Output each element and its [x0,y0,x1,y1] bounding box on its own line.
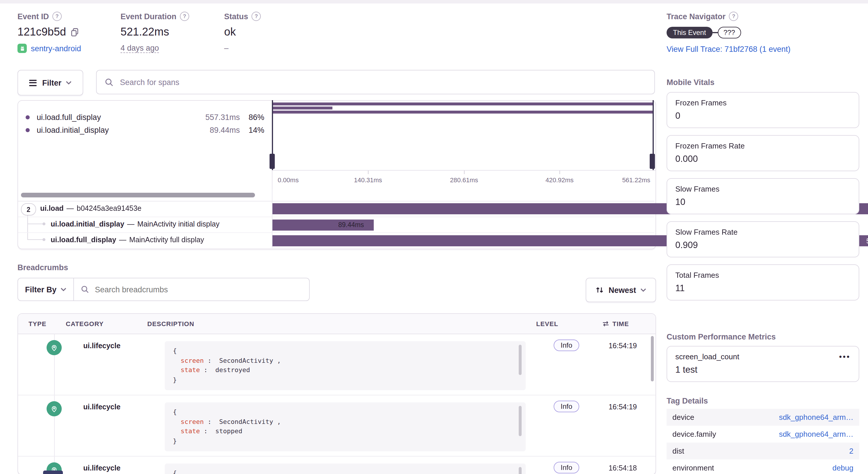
legend-item[interactable]: ui.load.full_display 557.31ms 86% [26,113,264,122]
this-event-pill[interactable]: This Event [666,27,712,38]
span-search-input[interactable] [119,77,646,87]
code-colon: : [204,366,208,374]
col-time[interactable]: TIME [613,314,629,334]
col-type: TYPE [29,314,46,334]
metric-value: 1 test [675,364,850,375]
span-minimap[interactable] [272,101,653,170]
breadcrumb-category: ui.lifecycle [83,403,121,411]
location-pin-icon [46,401,62,416]
codeblock-scrollbar[interactable] [519,467,522,474]
top-divider [0,0,868,3]
event-duration-block: Event Duration ? 521.22ms 4 days ago [121,12,189,53]
codeblock-scrollbar[interactable] [519,406,522,436]
copy-icon[interactable] [71,28,80,36]
tag-value-link[interactable]: sdk_gphone64_arm… [779,413,854,422]
vital-card: Frozen Frames Rate 0.000 [666,135,859,171]
chevron-down-icon [65,81,71,84]
legend-item[interactable]: ui.load.initial_display 89.44ms 14% [26,126,264,135]
span-tree: 2 ui.load — b04245a3ea91453e 561.22ms ui… [18,201,654,247]
breadcrumbs-search[interactable] [74,278,310,301]
horizontal-scrollbar[interactable] [21,193,255,198]
code-value: stopped [215,427,243,435]
breadcrumb-description[interactable]: { screen : SecondActivity , state : stop… [165,403,526,451]
code-key: screen [181,418,204,425]
legend-duration: 89.44ms [210,126,240,135]
minimap-left-grip[interactable] [270,154,275,169]
filter-by-label: Filter By [25,285,57,294]
span-op: ui.load [40,204,64,212]
event-details-page: Event ID ? 121c9b5d sentry-android [0,0,868,474]
breadcrumb-description[interactable]: { screen : SecondActivity , state : dest… [165,341,526,390]
code-brace: { [173,408,177,416]
event-id-label-text: Event ID [18,12,49,21]
span-op: ui.load.full_display [51,236,116,244]
help-icon[interactable]: ? [252,12,261,21]
vital-label: Slow Frames Rate [675,228,850,236]
breadcrumb-row[interactable]: ui.lifecycle { screen : SecondActivity ,… [18,395,655,456]
legend-dot [26,128,30,132]
span-description: MainActivity full display [129,236,204,244]
breadcrumb-category: ui.lifecycle [83,464,121,472]
sort-button-label: Newest [609,286,636,294]
swap-arrows-icon[interactable] [602,320,610,327]
tag-row: device sdk_gphone64_arm… [666,409,859,426]
span-row[interactable]: ui.load.full_display — MainActivity full… [18,232,654,248]
breadcrumb-description[interactable]: { [165,464,526,474]
floating-widget-edge[interactable] [43,471,63,474]
vital-value: 11 [675,283,850,294]
breadcrumbs-table: TYPE CATEGORY DESCRIPTION LEVEL TIME ui.… [18,313,656,474]
codeblock-scrollbar[interactable] [519,345,522,375]
vital-card: Slow Frames Rate 0.909 [666,221,859,257]
help-icon[interactable]: ? [729,12,739,21]
breadcrumbs-filter-by-button[interactable]: Filter By [18,278,74,301]
project-link[interactable]: sentry-android [31,44,81,53]
span-row[interactable]: ui.load.initial_display — MainActivity i… [18,217,654,233]
view-full-trace-link[interactable]: View Full Trace: 71bf2768 (1 event) [666,45,790,54]
col-category: CATEGORY [66,314,104,334]
code-colon: : [208,418,211,425]
tag-key: environment [672,464,714,472]
next-event-pill[interactable]: ??? [717,27,741,38]
sort-arrows-icon [596,286,604,294]
status-substatus: – [224,44,228,52]
span-children-count[interactable]: 2 [21,203,36,215]
breadcrumb-row[interactable]: ui.lifecycle { Info 16:54:18 [18,456,655,474]
tag-value-link[interactable]: 2 [849,447,854,455]
dash: — [119,236,126,244]
table-vertical-scrollbar[interactable] [651,336,654,381]
help-icon[interactable]: ? [52,12,62,21]
minimap-bar [273,111,653,114]
column-divider [272,189,273,201]
minimap-right-grip[interactable] [650,154,655,169]
breadcrumb-row[interactable]: ui.lifecycle { screen : SecondActivity ,… [18,334,655,395]
tag-value-link[interactable]: debug [833,464,854,472]
code-key: state [181,366,200,374]
minimap-bar [273,107,332,110]
overflow-menu-button[interactable]: ••• [839,352,850,361]
android-platform-icon [18,44,27,53]
help-icon[interactable]: ? [180,12,189,21]
vital-label: Slow Frames [675,185,850,193]
span-search[interactable] [96,70,655,94]
code-brace: } [173,437,177,445]
axis-tick [368,171,369,174]
metric-name: screen_load_count [675,352,739,361]
axis-label: 280.61ms [450,176,478,183]
breadcrumbs-sort-button[interactable]: Newest [586,278,656,302]
span-description: MainActivity initial display [137,220,219,228]
minimap-bar [273,102,653,106]
dash: — [127,220,134,228]
mobile-vitals-title: Mobile Vitals [666,78,715,87]
trace-navigator: Trace Navigator ? This Event ??? View Fu… [666,12,790,54]
time-axis: 0.00ms 140.31ms 280.61ms 420.92ms 561.22… [272,170,655,190]
breadcrumb-category: ui.lifecycle [83,342,121,350]
span-duration: 557.31ms [866,237,868,244]
event-age[interactable]: 4 days ago [121,44,159,53]
tag-value-link[interactable]: sdk_gphone64_arm… [779,430,854,439]
code-colon: : [208,357,211,364]
status-block: Status ? ok – [224,12,261,52]
breadcrumbs-search-input[interactable] [94,285,302,294]
span-row[interactable]: 2 ui.load — b04245a3ea91453e 561.22ms [18,201,654,217]
code-value: SecondActivity , [219,418,281,425]
span-filter-button[interactable]: Filter [18,70,83,95]
